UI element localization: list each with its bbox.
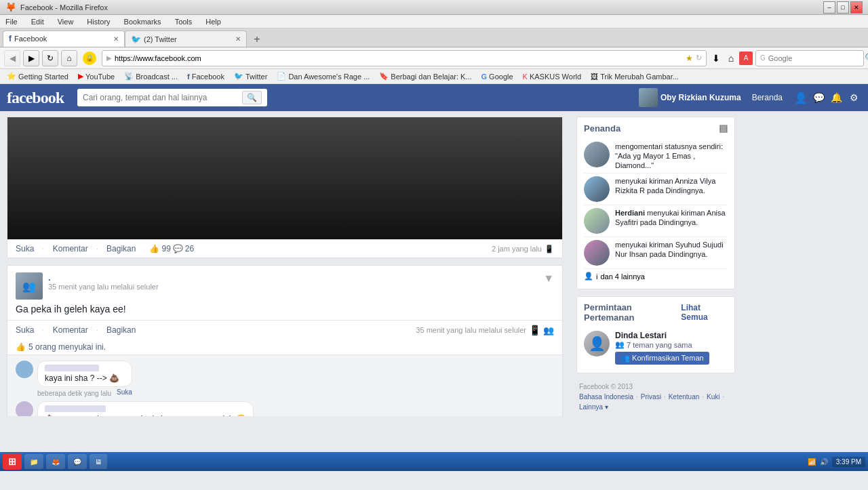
bookmark-broadcast[interactable]: 📡 Broadcast ... xyxy=(120,71,182,81)
tab-twitter[interactable]: 🐦 (2) Twitter ✕ xyxy=(125,30,247,47)
start-button[interactable]: ⊞ xyxy=(3,453,22,470)
post-2-author[interactable]: . xyxy=(48,272,538,283)
confirm-friend-button[interactable]: 👥 Konfirmasikan Teman xyxy=(615,352,709,365)
bookmark-twitter[interactable]: 🐦 Twitter xyxy=(230,71,271,81)
menu-tools[interactable]: Tools xyxy=(172,16,195,27)
address-bar[interactable] xyxy=(115,54,683,62)
security-icon: 🔒 xyxy=(83,52,96,65)
friend-request-buttons: 👥 Konfirmasikan Teman xyxy=(615,352,728,365)
comment-2-text: 💩 say : maapin poop ya sha kalo poop pun… xyxy=(45,414,246,416)
tab-twitter-icon: 🐦 xyxy=(131,35,141,44)
fb-settings-icon[interactable]: ⚙ xyxy=(846,90,861,105)
notif-3-desc: Herdiani menyukai kiriman Anisa Syafitri… xyxy=(615,209,726,226)
bookmark-getting-started[interactable]: ⭐ Getting Started xyxy=(3,71,73,81)
fb-messages-icon[interactable]: 💬 xyxy=(811,90,826,105)
comment-1-bubble: kaya ini sha ? --> 💩 xyxy=(37,361,132,387)
search-magnify-icon[interactable]: 🔍 xyxy=(865,53,868,63)
tab-facebook[interactable]: f Facebook ✕ xyxy=(3,30,125,47)
bookmark-kaskus[interactable]: K KASKUS World xyxy=(519,72,586,81)
title-bar: 🦊 Facebook - Mozilla Firefox – □ ✕ xyxy=(0,0,868,15)
menu-help[interactable]: Help xyxy=(203,16,224,27)
menu-bookmarks[interactable]: Bookmarks xyxy=(121,16,164,27)
facebook-nav-icons: 👤 💬 🔔 ⚙ xyxy=(793,90,861,105)
refresh-icon[interactable]: ↻ xyxy=(696,54,702,62)
menu-edit[interactable]: Edit xyxy=(28,16,47,27)
footer-link-privasi[interactable]: Privasi xyxy=(641,393,661,401)
tab-twitter-close[interactable]: ✕ xyxy=(235,35,241,43)
reload-button[interactable]: ↻ xyxy=(42,50,58,66)
menu-file[interactable]: File xyxy=(3,16,20,27)
post-2-actions: Suka · Komentar · Bagikan 35 menit yang … xyxy=(7,320,562,340)
twitter-bm-icon: 🐦 xyxy=(234,72,243,81)
close-button[interactable]: ✕ xyxy=(850,1,863,14)
home-button[interactable]: ⌂ xyxy=(61,50,77,66)
fb-friend-requests-icon[interactable]: 👤 xyxy=(793,90,808,105)
bookmark-dan-awesome[interactable]: 📄 Dan Awesome's Rage ... xyxy=(273,71,374,81)
taskbar-folder[interactable]: 📁 xyxy=(24,454,43,469)
getting-started-icon: ⭐ xyxy=(7,72,16,81)
download-icon[interactable]: ⬇ xyxy=(709,52,723,65)
notif-item-4: menyukai kiriman Syuhud Sujudi Nur Ihsan… xyxy=(584,237,728,269)
post-1-stats: 👍 99 💬 26 xyxy=(149,244,194,253)
taskbar-right: 📶 🔊 3:39 PM xyxy=(808,457,865,467)
search-input[interactable] xyxy=(768,54,862,62)
menu-view[interactable]: View xyxy=(55,16,77,27)
footer-link-lainnya[interactable]: Lainnya ▾ xyxy=(579,403,608,411)
facebook-username[interactable]: Oby Rizkian Kuzuma xyxy=(660,93,741,102)
dinda-name[interactable]: Dinda Lestari xyxy=(615,331,728,340)
post-card-1: Suka · Komentar · Bagikan 👍 99 💬 26 2 ja… xyxy=(7,117,563,258)
notif-item-2: menyukai kiriman Anniza Vilya Rizkita R … xyxy=(584,173,728,205)
tab-bar: f Facebook ✕ 🐦 (2) Twitter ✕ + xyxy=(0,28,868,47)
post-2-bagikan[interactable]: Bagikan xyxy=(106,325,136,335)
taskbar-messenger[interactable]: 💬 xyxy=(68,454,87,469)
penanda-filter-icon[interactable]: ▤ xyxy=(719,123,728,134)
post-options-icon[interactable]: ▼ xyxy=(543,272,554,285)
back-button[interactable]: ◀ xyxy=(4,50,20,66)
comments-section: kaya ini sha ? --> 💩 beberapa detik yang… xyxy=(7,354,562,416)
post-2-komentar[interactable]: Komentar xyxy=(53,325,88,335)
bookmark-trik[interactable]: 🖼 Trik Merubah Gambar... xyxy=(587,72,683,81)
taskbar-unknown[interactable]: 🖥 xyxy=(90,454,107,469)
minimize-button[interactable]: – xyxy=(823,1,835,14)
tab-facebook-label: Facebook xyxy=(14,35,47,43)
facebook-logo[interactable]: facebook xyxy=(7,89,64,107)
berbagi-icon: 🔖 xyxy=(379,72,389,81)
footer-link-bahasa[interactable]: Bahasa Indonesia xyxy=(579,393,633,401)
post-1-actions: Suka · Komentar · Bagikan 👍 99 💬 26 2 ja… xyxy=(7,239,562,258)
new-tab-button[interactable]: + xyxy=(250,32,264,47)
notif-2-text: menyukai kiriman Anniza Vilya Rizkita R … xyxy=(615,176,728,195)
bookmark-facebook[interactable]: f Facebook xyxy=(183,72,229,81)
dinda-mutual: 👥 7 teman yang sama xyxy=(615,340,728,349)
extension-icon[interactable]: A xyxy=(739,52,753,65)
facebook-home-link[interactable]: Beranda xyxy=(747,90,788,105)
comment-1-action[interactable]: Suka xyxy=(117,388,132,397)
maximize-button[interactable]: □ xyxy=(837,1,849,14)
main-layout: Suka · Komentar · Bagikan 👍 99 💬 26 2 ja… xyxy=(0,111,868,416)
lihat-semua-link[interactable]: Lihat Semua xyxy=(681,303,728,322)
fb-notifications-icon[interactable]: 🔔 xyxy=(829,90,844,105)
fb-footer: Facebook © 2013 Bahasa Indonesia · Priva… xyxy=(576,380,735,413)
footer-link-kuki[interactable]: Kuki xyxy=(707,393,719,401)
sidebar: Penanda ▤ mengomentari statusnya sendiri… xyxy=(570,111,742,416)
facebook-search-input[interactable] xyxy=(83,93,242,102)
start-icon: ⊞ xyxy=(8,456,16,467)
post-1-bagikan[interactable]: Bagikan xyxy=(106,244,136,253)
bookmark-google[interactable]: G Google xyxy=(477,72,517,81)
star-icon[interactable]: ★ xyxy=(686,54,693,63)
post-1-suka[interactable]: Suka xyxy=(16,244,34,253)
post-2-suka[interactable]: Suka xyxy=(16,325,34,335)
window-title: Facebook - Mozilla Firefox xyxy=(20,3,108,12)
title-bar-left: 🦊 Facebook - Mozilla Firefox xyxy=(5,2,108,12)
fb-user-avatar[interactable] xyxy=(639,88,658,107)
window-controls[interactable]: – □ ✕ xyxy=(823,1,863,14)
footer-link-ketentuan[interactable]: Ketentuan xyxy=(669,393,700,401)
bookmark-youtube[interactable]: ▶ YouTube xyxy=(74,71,119,81)
home-nav-icon[interactable]: ⌂ xyxy=(724,52,738,65)
forward-button[interactable]: ▶ xyxy=(23,50,39,66)
facebook-search-button[interactable]: 🔍 xyxy=(242,91,262,104)
taskbar-firefox[interactable]: 🦊 xyxy=(46,454,65,469)
bookmark-berbagi[interactable]: 🔖 Berbagi dan Belajar: K... xyxy=(375,71,475,81)
tab-facebook-close[interactable]: ✕ xyxy=(113,35,119,43)
post-1-komentar[interactable]: Komentar xyxy=(53,244,88,253)
menu-history[interactable]: History xyxy=(84,16,113,27)
